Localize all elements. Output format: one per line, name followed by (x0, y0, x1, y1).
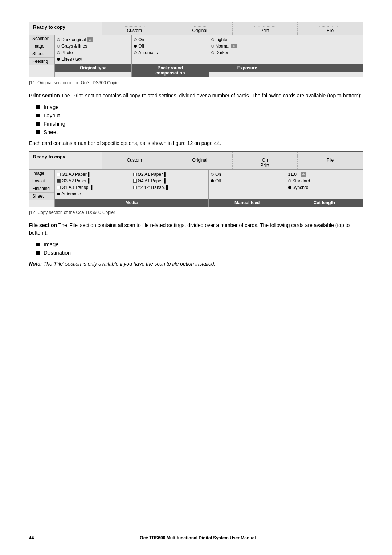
option-darker-label: Darker (216, 50, 229, 55)
option-a1-paper-4[interactable]: Ø4 A1 Paper ▌ (133, 178, 207, 184)
option-synchro[interactable]: Synchro (288, 184, 361, 191)
adjust-icon-cut: ⊕ (301, 172, 306, 177)
figure-11-caption: [11] Original section of the Océ TDS600 … (29, 80, 363, 85)
tab2-custom[interactable]: ................. Custom (102, 152, 167, 169)
checkbox-a0 (57, 173, 61, 176)
option-on[interactable]: On (134, 36, 206, 43)
nav2-image[interactable]: Image (29, 170, 54, 177)
nav2-layout[interactable]: Layout (29, 177, 54, 185)
print-section-body: The 'Print' section contains all copy-re… (61, 93, 362, 98)
tab-original[interactable]: ............. Original (167, 22, 233, 35)
option-standard[interactable]: Standard (288, 178, 361, 184)
section-manual-feed-content: On Off (209, 170, 286, 199)
nav-scanner[interactable]: Scanner (29, 35, 54, 42)
tab-file-label: File (327, 28, 334, 33)
option-normal[interactable]: Normal ⊕ (211, 43, 283, 49)
option-a0-paper[interactable]: Ø1 A0 Paper ▌ (57, 171, 130, 178)
page-number: 44 (29, 535, 34, 540)
bullet-destination-label: Destination (44, 250, 71, 256)
section-empty-content (286, 35, 363, 64)
print-section-heading: Print section (29, 93, 60, 98)
option-12-transp[interactable]: □2 12"Transp. ▌ (133, 184, 207, 191)
media-col2: Ø2 A1 Paper ▌ Ø4 A1 Paper ▌ □2 12"Transp… (133, 171, 207, 197)
option-manual-on[interactable]: On (211, 171, 283, 178)
tab-custom[interactable]: ................. Custom (102, 22, 167, 35)
option-off-label: Off (138, 44, 144, 49)
option-a1-paper-1[interactable]: Ø2 A1 Paper ▌ (133, 171, 207, 178)
option-a2-paper[interactable]: Ø3 A2 Paper ▌ (57, 178, 130, 184)
option-manual-off[interactable]: Off (211, 178, 283, 184)
checkbox-a1-4 (133, 179, 137, 183)
option-off[interactable]: Off (134, 43, 206, 49)
checkbox-a2 (57, 179, 61, 183)
tab2-file[interactable]: ................. File (298, 152, 363, 169)
radio-synchro (288, 186, 291, 189)
option-photo-label: Photo (61, 50, 73, 55)
option-automatic[interactable]: Automatic (134, 49, 206, 56)
tab2-print[interactable]: ................. On Print (233, 152, 298, 169)
panel-top-row: Ready to copy ................. Custom .… (29, 22, 363, 35)
file-bullets: Image Destination (36, 241, 363, 256)
tab-print[interactable]: ................. Print (233, 22, 298, 35)
checkbox-a1-1 (133, 173, 137, 176)
option-a3-transp[interactable]: Ø1 A3 Transp. ▌ (57, 184, 130, 191)
bullet-icon-layout (36, 114, 40, 117)
print-additional-text: Each card contains a number of specific … (29, 139, 363, 147)
option-automatic-media[interactable]: Automatic (57, 191, 130, 197)
option-manual-off-label: Off (215, 178, 221, 183)
tab-print-label: Print (261, 28, 270, 33)
option-lighter-label: Lighter (216, 37, 229, 42)
nav-sheet[interactable]: Sheet (29, 50, 54, 58)
tab2-original[interactable]: ............. Original (167, 152, 233, 169)
radio-dark-original (57, 38, 60, 41)
option-dark-original[interactable]: Dark original ⊕ (57, 36, 129, 43)
radio-off (134, 45, 137, 48)
section-header-exposure: Exposure (209, 64, 286, 72)
option-grays-lines[interactable]: Grays & lines (57, 43, 129, 49)
tab2-dots-3: ................. (236, 153, 295, 157)
radio-manual-off (211, 179, 214, 182)
option-cut-value[interactable]: 11.0 " ⊕ (288, 171, 361, 178)
section-cut-length: 11.0 " ⊕ Standard Synchro Cut length (286, 170, 363, 207)
file-note: Note: The 'File' section is only availab… (29, 260, 363, 268)
section-header-manual-feed: Manual feed (209, 199, 286, 207)
panel2-main-row: Image Layout Finishing Sheet (29, 170, 363, 207)
nav-feeding[interactable]: Feeding (29, 58, 54, 65)
tab2-file-label: File (327, 158, 334, 163)
bullet-file-image-label: Image (44, 241, 59, 247)
section-bg-compensation-content: On Off Automatic (132, 35, 208, 64)
bullet-layout-label: Layout (44, 112, 60, 118)
radio-on (134, 38, 137, 41)
bullet-sheet: Sheet (36, 129, 363, 135)
nav2-finishing[interactable]: Finishing (29, 185, 54, 193)
option-photo[interactable]: Photo (57, 49, 129, 56)
bullet-image: Image (36, 104, 363, 110)
tab-dots: ................. (105, 24, 164, 27)
bullet-finishing: Finishing (36, 121, 363, 127)
nav2-sheet[interactable]: Sheet (29, 193, 54, 200)
option-lines-text[interactable]: Lines / text (57, 56, 129, 62)
radio-photo (57, 51, 60, 54)
section-header-original-type: Original type (55, 64, 131, 72)
radio-lines-text (57, 58, 60, 61)
section-original-type: Dark original ⊕ Grays & lines Photo Line… (55, 35, 132, 77)
option-darker[interactable]: Darker (211, 49, 283, 56)
tab-file[interactable]: ................. File (298, 22, 363, 35)
tab2-original-label: Original (192, 158, 207, 163)
option-lighter[interactable]: Lighter (211, 36, 283, 43)
nav-image[interactable]: Image (29, 42, 54, 50)
bullet-destination: Destination (36, 250, 363, 256)
bullet-sheet-label: Sheet (44, 129, 58, 135)
media-col1: Ø1 A0 Paper ▌ Ø3 A2 Paper ▌ Ø1 A3 Transp… (57, 171, 130, 197)
bullet-icon-finishing (36, 122, 40, 126)
footer-right (362, 535, 363, 540)
option-standard-label: Standard (293, 178, 310, 183)
option-lines-text-label: Lines / text (61, 57, 82, 62)
section-exposure: Lighter Normal ⊕ Darker Exposure (209, 35, 286, 77)
checkbox-a3 (57, 186, 61, 189)
tab2-print-label: Print (261, 163, 270, 168)
cut-length-value: 11.0 " (288, 172, 299, 177)
radio-standard (288, 179, 291, 182)
section-header-empty (286, 64, 363, 72)
radio-automatic (134, 51, 137, 54)
